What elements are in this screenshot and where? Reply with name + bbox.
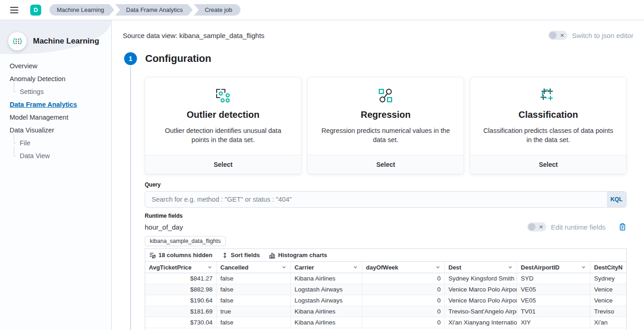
grid-cell: false xyxy=(217,284,291,295)
grid-cell: VE05 xyxy=(517,295,590,306)
grid-cell: Venice xyxy=(590,295,626,306)
grid-cell: Sydney Kingsford Smith I... xyxy=(445,273,517,284)
sidebar-item-model-management[interactable]: Model Management xyxy=(10,111,111,124)
grid-cell: false xyxy=(217,295,291,306)
edit-runtime-fields-group: × Edit runtime fields xyxy=(527,222,627,231)
table-row: $181.69 true Kibana Airlines 0 Treviso-S… xyxy=(145,306,626,317)
outlier-detection-icon xyxy=(215,87,231,105)
toggle-thumb xyxy=(528,223,535,231)
sidebar-header: Machine Learning xyxy=(0,20,111,50)
query-search-input[interactable] xyxy=(145,191,627,208)
sidebar-item-data-visualizer[interactable]: Data Visualizer xyxy=(10,124,111,137)
grid-cell: Xi'an xyxy=(590,317,626,328)
sidebar-item-data-view[interactable]: Data View xyxy=(14,149,111,162)
select-outlier-detection-button[interactable]: Select xyxy=(145,155,301,174)
table-row: $190.64 false Logstash Airways 0 Venice … xyxy=(145,295,626,306)
card-title: Outlier detection xyxy=(187,110,260,120)
chevron-down-icon xyxy=(207,264,213,270)
select-regression-button[interactable]: Select xyxy=(308,155,464,174)
table-row: $882.98 false Logstash Airways 0 Venice … xyxy=(145,284,626,295)
sidebar-item-data-frame-analytics[interactable]: Data Frame Analytics xyxy=(10,98,111,111)
sidebar-nav: Overview Anomaly Detection Settings Data… xyxy=(0,60,111,162)
source-data-view-label: Source data view: kibana_sample_data_fli… xyxy=(123,32,264,39)
card-description: Outlier detection identifies unusual dat… xyxy=(158,126,288,144)
source-data-view-value: kibana_sample_data_flights xyxy=(179,32,264,39)
menu-icon[interactable] xyxy=(10,7,18,13)
breadcrumb-machine-learning[interactable]: Machine Learning xyxy=(49,4,114,16)
chevron-down-icon xyxy=(353,264,358,270)
grid-cell: XIY xyxy=(517,317,590,328)
grid-cell: 0 xyxy=(362,273,445,284)
step-connector-line xyxy=(130,66,131,330)
grid-cell: Logstash Airways xyxy=(291,295,362,306)
sidebar-item-anomaly-detection[interactable]: Anomaly Detection xyxy=(10,72,111,85)
grid-cell: SYD xyxy=(517,273,590,284)
grid-cell: Kibana Airlines xyxy=(291,273,362,284)
table-row: $841.27 false Kibana Airlines 0 Sydney K… xyxy=(145,273,626,284)
classification-card: Classification Classification predicts c… xyxy=(470,77,627,174)
json-editor-toggle[interactable]: × xyxy=(548,31,568,40)
grid-cell: $190.64 xyxy=(145,295,217,306)
grid-cell: $841.27 xyxy=(145,273,217,284)
card-title: Regression xyxy=(361,110,411,120)
grid-cell: Xi'an Xianyang Internatio... xyxy=(445,317,517,328)
sidebar-item-settings[interactable]: Settings xyxy=(14,85,111,98)
query-label: Query xyxy=(145,182,627,188)
grid-cell: 0 xyxy=(362,284,445,295)
columns-hidden-button[interactable]: 18 columns hidden xyxy=(149,252,213,258)
main-content: Source data view: kibana_sample_data_fli… xyxy=(112,20,644,330)
column-header-dayofweek[interactable]: dayOfWeek xyxy=(362,262,445,273)
grid-cell: false xyxy=(217,317,291,328)
grid-cell: Kibana Airlines xyxy=(291,317,362,328)
histogram-charts-button[interactable]: Histogram charts xyxy=(269,252,327,258)
top-header: D Machine Learning Data Frame Analytics … xyxy=(0,0,644,20)
sidebar-item-overview[interactable]: Overview xyxy=(10,60,111,72)
sidebar-title: Machine Learning xyxy=(33,37,99,46)
grid-cell: true xyxy=(217,306,291,317)
grid-cell: Logstash Airways xyxy=(291,284,362,295)
chevron-down-icon xyxy=(435,264,441,270)
kql-language-button[interactable]: KQL xyxy=(607,192,626,207)
breadcrumb-data-frame-analytics[interactable]: Data Frame Analytics xyxy=(115,4,193,16)
runtime-fields-label: Runtime fields xyxy=(145,213,627,219)
select-classification-button[interactable]: Select xyxy=(470,155,626,174)
grid-cell: TV01 xyxy=(517,306,590,317)
regression-card: Regression Regression predicts numerical… xyxy=(307,77,464,174)
column-header-dest[interactable]: Dest xyxy=(445,262,517,273)
edit-runtime-fields-toggle[interactable]: × xyxy=(527,222,546,231)
column-header-destairportid[interactable]: DestAirportID xyxy=(517,262,590,273)
grid-cell: Treviso-Sant'Angelo Airport xyxy=(445,306,517,317)
grid-cell: false xyxy=(217,273,291,284)
copy-icon[interactable] xyxy=(618,223,627,231)
outlier-detection-card: Outlier detection Outlier detection iden… xyxy=(145,77,301,174)
step-number-badge: 1 xyxy=(124,52,137,65)
machine-learning-app-icon xyxy=(8,32,27,50)
source-data-grid: 18 columns hidden Sort fields xyxy=(145,248,627,330)
grid-cell: Venice Marco Polo Airport xyxy=(445,284,517,295)
space-avatar[interactable]: D xyxy=(30,5,41,16)
column-header-cancelled[interactable]: Cancelled xyxy=(217,262,291,273)
sidebar-item-file[interactable]: File xyxy=(14,137,111,149)
breadcrumb-create-job[interactable]: Create job xyxy=(194,4,240,16)
column-header-carrier[interactable]: Carrier xyxy=(291,262,362,273)
card-description: Regression predicts numerical values in … xyxy=(321,126,451,144)
grid-cell: $181.69 xyxy=(145,306,217,317)
grid-cell: Sydney xyxy=(590,273,626,284)
column-header-destcityname[interactable]: DestCityName xyxy=(590,262,626,273)
grid-cell: 0 xyxy=(362,295,445,306)
card-description: Classification predicts classes of data … xyxy=(483,126,613,144)
json-editor-toggle-group: × Switch to json editor xyxy=(548,31,633,40)
grid-cell: Treviso xyxy=(590,306,626,317)
chevron-down-icon xyxy=(508,264,513,270)
page-title: Configuration xyxy=(145,53,211,65)
data-view-badge: kibana_sample_data_flights xyxy=(145,236,226,246)
grid-cell: Venice Marco Polo Airport xyxy=(445,295,517,306)
grid-cell: 0 xyxy=(362,306,445,317)
page: D Machine Learning Data Frame Analytics … xyxy=(0,0,644,330)
chevron-down-icon xyxy=(281,264,287,270)
card-title: Classification xyxy=(518,110,578,120)
sort-fields-button[interactable]: Sort fields xyxy=(222,252,260,258)
classification-icon xyxy=(540,87,557,105)
grid-header-row: AvgTicketPrice Cancelled Carrier da xyxy=(145,261,626,273)
column-header-avgticketprice[interactable]: AvgTicketPrice xyxy=(145,262,217,273)
